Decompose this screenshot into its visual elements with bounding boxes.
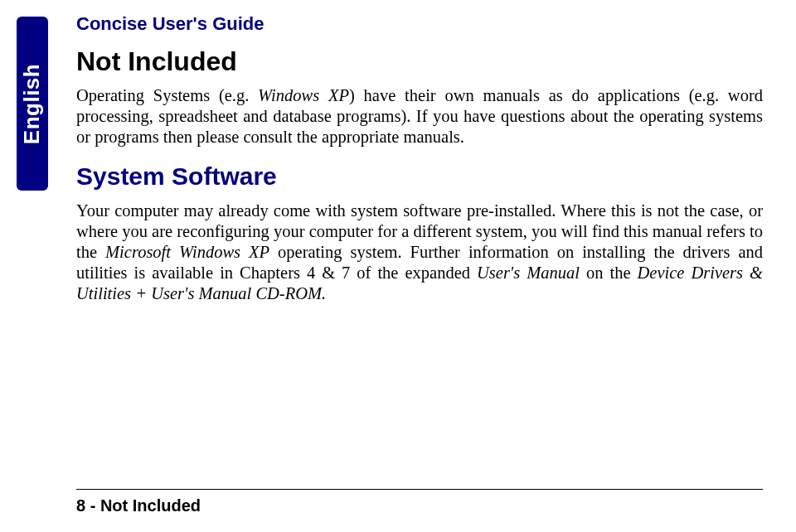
language-label: English [19,34,45,175]
text-run-italic: Windows XP [258,86,349,104]
page-footer: 8 - Not Included [76,489,763,515]
section-title-system-software: System Software [76,151,763,201]
page-header: Concise User's Guide [76,8,763,43]
paragraph-system-software: Your computer may already come with syst… [76,201,763,304]
text-run-italic: User's Manual [477,264,580,282]
section-title-not-included: Not Included [76,43,763,85]
text-run: Operating Systems (e.g. [76,86,258,104]
document-page: English Concise User's Guide Not Include… [0,0,796,532]
text-run-italic: Microsoft Windows XP [105,243,269,261]
language-tab: English [17,17,48,191]
text-run: on the [580,264,638,282]
paragraph-not-included: Operating Systems (e.g. Windows XP) have… [76,85,763,148]
